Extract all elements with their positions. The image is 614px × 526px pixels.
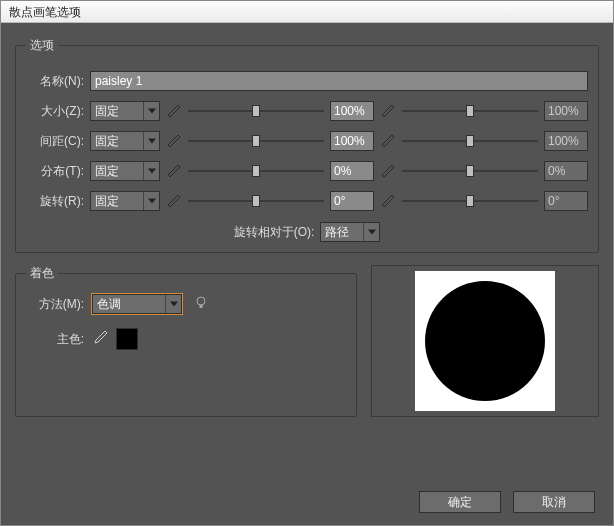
slider-range-icon [380, 193, 396, 209]
eyedropper-icon[interactable] [92, 330, 108, 349]
chevron-down-icon [143, 192, 159, 210]
scatter-value-2: 0% [544, 161, 588, 181]
size-value-1[interactable]: 100% [330, 101, 374, 121]
spacing-value-2: 100% [544, 131, 588, 151]
scatter-slider-1[interactable] [188, 161, 324, 181]
rotation-mode-select[interactable]: 固定 [90, 191, 160, 211]
window-titlebar: 散点画笔选项 [1, 1, 613, 23]
size-mode-select[interactable]: 固定 [90, 101, 160, 121]
scatter-slider-2 [402, 161, 538, 181]
size-label: 大小(Z): [26, 103, 84, 120]
coloring-legend: 着色 [26, 265, 58, 282]
spacing-row: 间距(C): 固定 100% 100% [26, 126, 588, 156]
chevron-down-icon [363, 223, 379, 241]
size-row: 大小(Z): 固定 100% 100% [26, 96, 588, 126]
rotate-relative-select[interactable]: 路径 [320, 222, 380, 242]
slider-range-icon [166, 133, 182, 149]
rotation-row: 旋转(R): 固定 0° 0° [26, 186, 588, 216]
window-title: 散点画笔选项 [9, 5, 81, 19]
slider-range-icon [380, 103, 396, 119]
scatter-row: 分布(T): 固定 0% 0% [26, 156, 588, 186]
slider-range-icon [380, 163, 396, 179]
spacing-slider-2 [402, 131, 538, 151]
chevron-down-icon [143, 132, 159, 150]
rotation-mode-value: 固定 [95, 193, 119, 210]
name-label: 名称(N): [26, 73, 84, 90]
keycolor-swatch[interactable] [116, 328, 138, 350]
rotation-value-1[interactable]: 0° [330, 191, 374, 211]
options-group: 选项 名称(N): paisley 1 大小(Z): 固定 100% [15, 37, 599, 253]
size-slider-1[interactable] [188, 101, 324, 121]
keycolor-label: 主色: [26, 331, 84, 348]
preview-shape [425, 281, 545, 401]
slider-range-icon [166, 193, 182, 209]
svg-rect-1 [200, 305, 203, 308]
rotate-relative-label: 旋转相对于(O): [234, 224, 315, 241]
chevron-down-icon [143, 162, 159, 180]
spacing-slider-1[interactable] [188, 131, 324, 151]
preview-canvas [415, 271, 555, 411]
size-mode-value: 固定 [95, 103, 119, 120]
method-value: 色调 [97, 296, 121, 313]
slider-range-icon [166, 103, 182, 119]
scatter-value-1[interactable]: 0% [330, 161, 374, 181]
scatter-mode-value: 固定 [95, 163, 119, 180]
spacing-mode-value: 固定 [95, 133, 119, 150]
slider-range-icon [166, 163, 182, 179]
brush-preview [371, 265, 599, 417]
rotate-relative-value: 路径 [325, 224, 349, 241]
rotation-value-2: 0° [544, 191, 588, 211]
svg-point-0 [197, 297, 205, 305]
slider-range-icon [380, 133, 396, 149]
dialog-panel: 选项 名称(N): paisley 1 大小(Z): 固定 100% [1, 23, 613, 525]
coloring-group: 着色 方法(M): 色调 主色: [15, 265, 357, 417]
cancel-button[interactable]: 取消 [513, 491, 595, 513]
spacing-mode-select[interactable]: 固定 [90, 131, 160, 151]
ok-button[interactable]: 确定 [419, 491, 501, 513]
scatter-mode-select[interactable]: 固定 [90, 161, 160, 181]
scatter-label: 分布(T): [26, 163, 84, 180]
dialog-window: 散点画笔选项 选项 名称(N): paisley 1 大小(Z): 固定 100… [0, 0, 614, 526]
name-input[interactable]: paisley 1 [90, 71, 588, 91]
size-value-2: 100% [544, 101, 588, 121]
size-slider-2 [402, 101, 538, 121]
rotation-slider-1[interactable] [188, 191, 324, 211]
method-select[interactable]: 色调 [92, 294, 182, 314]
rotation-slider-2 [402, 191, 538, 211]
rotation-label: 旋转(R): [26, 193, 84, 210]
method-label: 方法(M): [26, 296, 84, 313]
chevron-down-icon [165, 295, 181, 313]
options-legend: 选项 [26, 37, 58, 54]
name-row: 名称(N): paisley 1 [26, 66, 588, 96]
lightbulb-icon[interactable] [194, 296, 208, 313]
chevron-down-icon [143, 102, 159, 120]
spacing-label: 间距(C): [26, 133, 84, 150]
spacing-value-1[interactable]: 100% [330, 131, 374, 151]
rotate-relative-row: 旋转相对于(O): 路径 [26, 222, 588, 242]
